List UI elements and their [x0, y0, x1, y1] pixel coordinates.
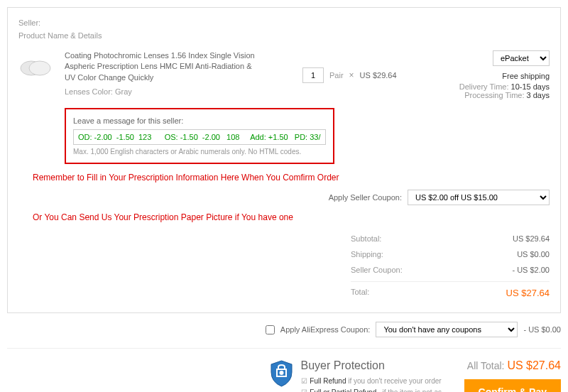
- quantity-input[interactable]: [302, 67, 324, 83]
- shipping-label: Shipping:: [351, 250, 383, 258]
- aliexpress-coupon-amount: - US $0.00: [523, 325, 561, 334]
- product-info: Coating Photochromic Lenses 1.56 Index S…: [65, 50, 263, 99]
- product-row: Coating Photochromic Lenses 1.56 Index S…: [18, 50, 550, 99]
- check-icon: ☑: [301, 376, 308, 386]
- seller-coupon-row: Apply Seller Coupon: US $2.00 off US $15…: [18, 190, 550, 205]
- order-box: Seller: Product Name & Details Coating P…: [7, 7, 561, 313]
- check-icon: ☑: [301, 388, 308, 392]
- lens-color-label: Lenses Color:: [65, 87, 113, 96]
- aliexpress-coupon-select[interactable]: You don't have any coupons: [376, 322, 518, 337]
- aliexpress-coupon-label: Apply AliExpress Coupon:: [280, 325, 371, 334]
- processing-time: Processing Time: 3 days: [459, 91, 550, 99]
- svg-point-2: [279, 371, 283, 375]
- seller-coupon-select[interactable]: US $2.00 off US $15.00: [408, 190, 550, 205]
- product-title: Coating Photochromic Lenses 1.56 Index S…: [65, 50, 263, 83]
- seller-coupon-row-summary: Seller Coupon: - US $2.00: [351, 262, 550, 278]
- buyer-protection-item-2: ☑ Full or Partial Refund , if the item i…: [301, 388, 443, 392]
- bottom-section: Buyer Protection ☑ Full Refund if you do…: [7, 348, 561, 392]
- shipping-section: ePacket Free shipping Delivery Time: 10-…: [459, 50, 550, 99]
- price-section: Pair × US $29.64: [302, 50, 397, 99]
- subtotal-label: Subtotal:: [351, 234, 381, 243]
- times-symbol: ×: [349, 70, 354, 80]
- bp-item2-bold: Full or Partial Refund: [310, 388, 376, 392]
- delivery-time: Delivery Time: 10-15 days: [459, 82, 550, 91]
- bp-item1-bold: Full Refund: [310, 377, 346, 385]
- buyer-protection-item-1: ☑ Full Refund if you don't receive your …: [301, 376, 443, 386]
- total-row: Total: US $27.64: [351, 281, 550, 302]
- subtotal-value: US $29.64: [513, 234, 550, 243]
- shipping-value: US $0.00: [517, 250, 550, 258]
- shipping-row: Shipping: US $0.00: [351, 246, 550, 262]
- pair-label: Pair: [329, 71, 344, 80]
- delivery-value: 10-15 days: [511, 82, 550, 91]
- seller-label: Seller:: [18, 18, 550, 27]
- svg-point-1: [29, 61, 50, 75]
- lens-color-value: Gray: [115, 87, 132, 96]
- processing-label: Processing Time:: [464, 91, 524, 99]
- confirm-pay-button[interactable]: Confirm & Pay: [464, 379, 561, 392]
- buyer-protection-title: Buyer Protection: [301, 359, 443, 372]
- annotation-prescription-reminder: Remember to Fill in Your Prescription In…: [33, 173, 550, 183]
- checkout-column: All Total: US $27.64 Confirm & Pay: [464, 359, 561, 392]
- seller-coupon-value-summary: - US $2.00: [512, 266, 550, 274]
- message-label: Leave a message for this seller:: [73, 116, 326, 125]
- seller-message-input[interactable]: [73, 129, 326, 145]
- annotation-paper-picture: Or You Can Send Us Your Prescription Pap…: [33, 212, 550, 222]
- all-total-value: US $27.64: [507, 359, 561, 371]
- unit-price: US $29.64: [360, 71, 397, 80]
- buyer-protection: Buyer Protection ☑ Full Refund if you do…: [269, 359, 443, 392]
- lens-icon: [18, 58, 54, 79]
- total-value: US $27.64: [506, 288, 550, 298]
- order-summary: Subtotal: US $29.64 Shipping: US $0.00 S…: [351, 231, 550, 302]
- all-total-label: All Total:: [467, 360, 505, 371]
- seller-coupon-label: Apply Seller Coupon:: [329, 193, 402, 202]
- lens-color: Lenses Color: Gray: [65, 87, 263, 96]
- aliexpress-coupon-checkbox[interactable]: [266, 325, 275, 334]
- seller-message-box: Leave a message for this seller: Max. 1,…: [65, 108, 334, 164]
- aliexpress-coupon-row: Apply AliExpress Coupon: You don't have …: [7, 322, 561, 337]
- shipping-method-select[interactable]: ePacket: [493, 50, 550, 66]
- product-image: [18, 50, 54, 86]
- shield-icon: [269, 359, 294, 388]
- total-label: Total:: [351, 288, 369, 298]
- product-name-details-label: Product Name & Details: [18, 31, 550, 40]
- bp-item1-rest: if you don't receive your order: [346, 377, 441, 385]
- buyer-protection-content: Buyer Protection ☑ Full Refund if you do…: [301, 359, 443, 392]
- free-shipping-label: Free shipping: [459, 72, 550, 80]
- subtotal-row: Subtotal: US $29.64: [351, 231, 550, 246]
- delivery-label: Delivery Time:: [459, 82, 509, 91]
- all-total: All Total: US $27.64: [464, 359, 561, 372]
- message-help: Max. 1,000 English characters or Arabic …: [73, 148, 326, 156]
- seller-coupon-label-summary: Seller Coupon:: [351, 266, 403, 274]
- processing-value: 3 days: [527, 91, 550, 99]
